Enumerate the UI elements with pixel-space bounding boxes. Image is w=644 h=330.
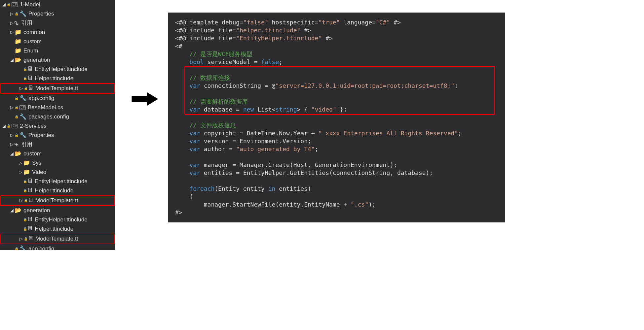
csharp-icon: C# [12, 124, 18, 128]
lock-icon: 🔒 [24, 196, 28, 205]
tree-file[interactable]: 🔒🔧 app.config [0, 244, 115, 250]
folder-label: Sys [32, 158, 41, 168]
file-label: ModelTemplate.tt [35, 234, 78, 244]
lock-icon: 🔒 [15, 112, 19, 121]
expand-icon[interactable]: ▷ [9, 9, 15, 18]
lock-icon: 🔒 [24, 84, 28, 93]
properties-label: Properties [28, 131, 54, 140]
wrench-icon: 🔧 [19, 244, 26, 250]
expand-icon[interactable]: ▷ [18, 168, 23, 177]
expand-icon[interactable]: ▷ [19, 84, 24, 93]
collapse-icon[interactable]: ◢ [9, 206, 15, 215]
folder-icon: 📁 [15, 46, 21, 55]
lock-icon: 🔒 [7, 0, 11, 9]
lock-icon: 🔒 [7, 121, 11, 131]
lock-icon: 🔒 [15, 9, 19, 18]
tree-folder[interactable]: ▷ 📁 Sys [0, 158, 115, 168]
folder-label: custom [23, 37, 42, 46]
collapse-icon[interactable]: ◢ [1, 121, 7, 131]
folder-label: Enum [23, 46, 38, 55]
tree-file[interactable]: 🔒🔧 app.config [0, 94, 115, 103]
project-label: 1-Model [20, 0, 40, 9]
properties-label: Properties [28, 9, 54, 18]
tree-folder[interactable]: ◢ 📂 generation [0, 206, 115, 215]
tree-folder[interactable]: 📁 Enum [0, 46, 115, 55]
tree-properties[interactable]: ▷ 🔒🔧 Properties [0, 131, 115, 140]
tree-file[interactable]: 🔒 Helper.ttinclude [0, 186, 115, 195]
solution-explorer: ◢ 🔒C# 1-Model ▷ 🔒🔧 Properties ▷ 引用 ▷ 📁 c… [0, 0, 115, 250]
expand-icon[interactable]: ▷ [19, 234, 24, 244]
csharp-icon: C# [19, 105, 26, 110]
wrench-icon: 🔧 [19, 112, 26, 121]
tree-file[interactable]: 🔒 EntityHelper.ttinclude [0, 215, 115, 224]
lock-icon: 🔒 [15, 131, 19, 140]
expand-icon[interactable]: ▷ [9, 28, 15, 37]
tree-file[interactable]: 🔒 Helper.ttinclude [0, 74, 115, 83]
tree-references[interactable]: ▷ 引用 [0, 140, 115, 149]
wrench-icon: 🔧 [19, 131, 26, 140]
tree-file[interactable]: 🔒🔧 packages.config [0, 112, 115, 121]
file-icon [28, 215, 33, 224]
expand-icon[interactable]: ▷ [19, 196, 24, 205]
tree-file[interactable]: ▷ 🔒C# BaseModel.cs [0, 103, 115, 112]
expand-icon[interactable]: ▷ [9, 131, 15, 140]
tree-properties[interactable]: ▷ 🔒🔧 Properties [0, 9, 115, 18]
folder-icon: 📁 [15, 28, 21, 37]
file-icon [28, 177, 33, 186]
lock-icon: 🔒 [24, 234, 28, 244]
folder-open-icon: 📂 [15, 149, 21, 158]
references-icon [15, 142, 19, 147]
collapse-icon[interactable]: ◢ [9, 149, 15, 158]
file-label: EntityHelper.ttinclude [35, 177, 88, 186]
references-label: 引用 [21, 140, 32, 149]
code-editor[interactable]: <#@ template debug="false" hostspecific=… [168, 13, 505, 222]
svg-rect-1 [17, 23, 18, 24]
expand-icon[interactable]: ▷ [9, 103, 15, 112]
file-icon [28, 65, 33, 74]
lock-icon: 🔒 [23, 74, 27, 83]
file-icon [28, 224, 33, 234]
lock-icon: 🔒 [15, 94, 19, 103]
file-icon [29, 84, 33, 93]
code-content[interactable]: <#@ template debug="false" hostspecific=… [175, 18, 498, 216]
project-label: 2-Services [20, 121, 46, 131]
expand-icon[interactable]: ▷ [18, 158, 23, 168]
tree-project[interactable]: ◢ 🔒C# 1-Model [0, 0, 115, 9]
file-label: EntityHelper.ttinclude [35, 65, 88, 74]
folder-label: generation [23, 206, 50, 215]
folder-label: generation [23, 55, 50, 65]
file-label: Helper.ttinclude [35, 74, 73, 83]
tree-folder[interactable]: ◢ 📂 custom [0, 149, 115, 158]
tree-project[interactable]: ◢ 🔒C# 2-Services [0, 121, 115, 131]
file-label: Helper.ttinclude [35, 224, 73, 234]
wrench-icon: 🔧 [19, 94, 26, 103]
collapse-icon[interactable]: ◢ [1, 0, 7, 9]
expand-icon[interactable]: ▷ [9, 18, 15, 28]
expand-icon[interactable]: ▷ [9, 140, 15, 149]
tree-file[interactable]: 🔒 EntityHelper.ttinclude [0, 177, 115, 186]
tree-file-highlighted[interactable]: ▷ 🔒 ModelTemplate.tt [0, 195, 115, 206]
file-icon [28, 186, 33, 195]
lock-icon: 🔒 [15, 244, 19, 250]
tree-file[interactable]: 🔒 EntityHelper.ttinclude [0, 65, 115, 74]
tree-folder[interactable]: 📁 custom [0, 37, 115, 46]
csharp-icon: C# [12, 2, 18, 7]
lock-icon: 🔒 [15, 103, 19, 112]
tree-file-highlighted[interactable]: ▷ 🔒 ModelTemplate.tt [0, 234, 115, 244]
tree-file[interactable]: 🔒 Helper.ttinclude [0, 224, 115, 234]
lock-icon: 🔒 [23, 224, 27, 234]
tree-references[interactable]: ▷ 引用 [0, 18, 115, 28]
tree-file-highlighted[interactable]: ▷ 🔒 ModelTemplate.tt [0, 83, 115, 94]
folder-open-icon: 📂 [15, 206, 21, 215]
tree-folder[interactable]: ▷ 📁 Video [0, 168, 115, 177]
lock-icon: 🔒 [23, 215, 27, 224]
svg-rect-15 [17, 145, 18, 146]
tree-folder[interactable]: ▷ 📁 common [0, 28, 115, 37]
file-label: Helper.ttinclude [35, 186, 73, 195]
file-label: app.config [28, 94, 54, 103]
file-label: packages.config [28, 112, 69, 121]
tree-folder[interactable]: ◢ 📂 generation [0, 55, 115, 65]
svg-rect-14 [15, 143, 16, 145]
svg-rect-0 [15, 22, 16, 23]
collapse-icon[interactable]: ◢ [9, 55, 15, 65]
